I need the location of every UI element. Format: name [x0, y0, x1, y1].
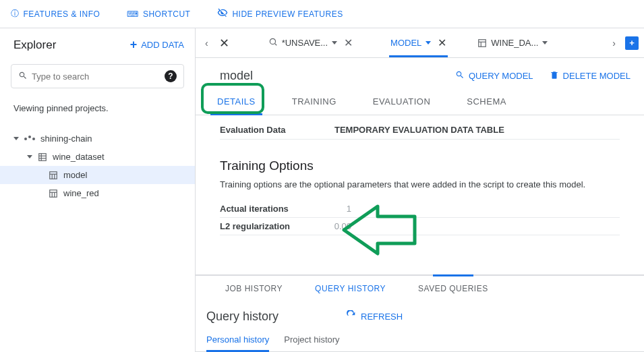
search-input[interactable]: [32, 71, 165, 82]
subtab-schema[interactable]: SCHEMA: [455, 88, 519, 115]
tab-close-all[interactable]: ✕: [215, 36, 233, 51]
project-icon: [24, 138, 35, 140]
dataset-node[interactable]: wine_dataset: [0, 148, 195, 166]
chevron-down-icon[interactable]: [426, 41, 431, 45]
model-subtabs: DETAILS TRAINING EVALUATION SCHEMA: [196, 88, 644, 115]
main-panel: ‹ ✕ *UNSAVE... ✕ MODEL ✕ WINE_DA... ›: [196, 28, 644, 352]
help-icon[interactable]: ?: [165, 70, 177, 82]
label: wine_dataset: [53, 152, 105, 162]
dataset-icon: [38, 152, 47, 162]
model-icon: [49, 171, 58, 180]
query-model-button[interactable]: QUERY MODEL: [455, 70, 533, 82]
details-content: Evaluation Data TEMPORARY EVALUATION DAT…: [196, 115, 644, 274]
editor-tabs: ‹ ✕ *UNSAVE... ✕ MODEL ✕ WINE_DA... ›: [196, 28, 644, 58]
label: FEATURES & INFO: [24, 9, 100, 19]
project-tree: shining-chain wine_dataset model wine_re…: [0, 123, 195, 209]
hist-tab-project[interactable]: Project history: [284, 328, 339, 351]
evaluation-data-row: Evaluation Data TEMPORARY EVALUATION DAT…: [220, 121, 620, 140]
svg-line-13: [274, 43, 276, 45]
training-options-title: Training Options: [220, 158, 620, 173]
label: HIDE PREVIEW FEATURES: [232, 9, 343, 19]
caret-down-icon: [27, 155, 32, 158]
plus-icon: +: [130, 38, 138, 52]
bottom-panel: JOB HISTORY QUERY HISTORY SAVED QUERIES …: [196, 274, 644, 352]
close-icon[interactable]: ✕: [438, 36, 446, 49]
label: MODEL: [390, 38, 421, 48]
tab-model[interactable]: MODEL ✕: [385, 28, 452, 57]
table-node[interactable]: wine_red: [0, 184, 195, 202]
search-box[interactable]: ?: [11, 64, 184, 88]
keyboard-icon: ⌨: [127, 9, 139, 19]
tab-next-button[interactable]: ›: [608, 38, 620, 49]
svg-rect-0: [39, 153, 47, 160]
label: DELETE MODEL: [563, 71, 631, 81]
table-icon: [477, 38, 487, 48]
label: REFRESH: [361, 312, 403, 322]
chevron-down-icon[interactable]: [332, 41, 337, 45]
trash-icon: [550, 70, 559, 82]
label: QUERY MODEL: [469, 71, 533, 81]
pinned-note: Viewing pinned projects.: [0, 94, 195, 123]
option-row: Actual iterations 1: [220, 200, 620, 218]
search-icon: [455, 70, 465, 82]
tab-unsaved[interactable]: *UNSAVE... ✕: [263, 28, 358, 57]
svg-rect-4: [50, 171, 57, 179]
add-data-button[interactable]: + ADD DATA: [130, 38, 184, 52]
table-icon: [49, 189, 58, 198]
panel-title: model: [220, 69, 253, 83]
label: Evaluation Data: [220, 125, 334, 135]
model-node[interactable]: model: [0, 166, 195, 184]
refresh-button[interactable]: REFRESH: [346, 310, 403, 323]
search-icon: [18, 71, 28, 82]
label: SHORTCUT: [143, 9, 190, 19]
explorer-sidebar: Explorer + ADD DATA ? Viewing pinned pro…: [0, 28, 196, 352]
query-history-title: Query history: [206, 310, 279, 324]
close-icon[interactable]: ✕: [344, 36, 353, 49]
label: model: [63, 170, 87, 180]
label: WINE_DA...: [491, 38, 538, 48]
label: ADD DATA: [141, 40, 184, 50]
label: Actual iterations: [220, 204, 324, 214]
option-row: L2 regularization 0.00: [220, 218, 620, 235]
tab-wine[interactable]: WINE_DA...: [472, 28, 553, 57]
training-options-desc: Training options are the optional parame…: [220, 179, 620, 191]
label: *UNSAVE...: [282, 38, 328, 48]
new-tab-button[interactable]: +: [625, 36, 639, 50]
explorer-title: Explorer: [13, 38, 56, 52]
delete-model-button[interactable]: DELETE MODEL: [550, 70, 631, 82]
btab-saved-queries[interactable]: SAVED QUERIES: [402, 276, 504, 301]
subtab-training[interactable]: TRAINING: [280, 88, 349, 115]
refresh-icon: [346, 310, 357, 323]
visibility-off-icon: [217, 7, 228, 20]
tab-prev-button[interactable]: ‹: [201, 38, 212, 49]
value: TEMPORARY EVALUATION DATA TABLE: [334, 125, 504, 135]
caret-down-icon: [13, 137, 19, 140]
label: shining-chain: [40, 134, 92, 144]
query-icon: [268, 37, 278, 49]
hist-tab-personal[interactable]: Personal history: [206, 328, 269, 351]
btab-query-history[interactable]: QUERY HISTORY: [299, 276, 402, 301]
features-info-button[interactable]: ⓘ FEATURES & INFO: [11, 8, 100, 20]
subtab-evaluation[interactable]: EVALUATION: [361, 88, 442, 115]
label: L2 regularization: [220, 221, 324, 231]
svg-point-12: [270, 38, 275, 44]
label: wine_red: [63, 188, 99, 198]
value: 0.00: [324, 221, 351, 231]
info-icon: ⓘ: [11, 8, 20, 20]
svg-rect-8: [50, 189, 57, 197]
svg-rect-14: [479, 39, 486, 47]
chevron-down-icon[interactable]: [542, 41, 548, 45]
btab-job-history[interactable]: JOB HISTORY: [209, 276, 299, 301]
top-toolbar: ⓘ FEATURES & INFO ⌨ SHORTCUT HIDE PREVIE…: [0, 0, 644, 28]
value: 1: [324, 204, 351, 214]
hide-preview-button[interactable]: HIDE PREVIEW FEATURES: [217, 7, 343, 20]
subtab-details[interactable]: DETAILS: [205, 88, 268, 115]
shortcut-button[interactable]: ⌨ SHORTCUT: [127, 9, 190, 19]
project-node[interactable]: shining-chain: [0, 129, 195, 148]
